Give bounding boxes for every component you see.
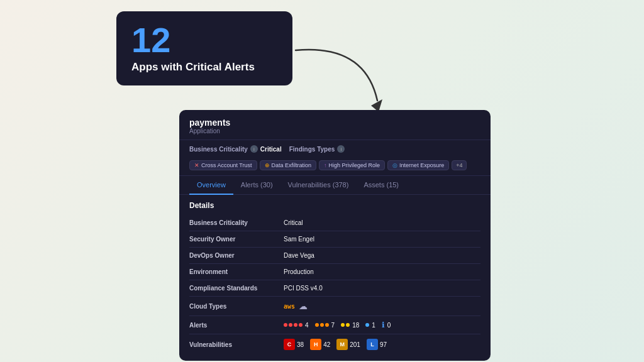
alert-critical-group: 4	[284, 322, 309, 329]
aws-icon: aws	[284, 303, 295, 310]
detail-row-environment: Environment Production	[189, 264, 480, 280]
alert-medium-count: 18	[352, 322, 359, 329]
business-criticality-filter: Business Criticality i Critical	[189, 145, 282, 153]
panel-subtitle: Application	[189, 128, 480, 134]
tag-data-exfil[interactable]: ⊕ Data Exfiltration	[260, 160, 317, 170]
detail-key-criticality: Business Criticality	[189, 219, 284, 226]
info-icon: i	[250, 145, 258, 153]
info-circle-icon: ℹ	[382, 321, 385, 329]
tab-overview[interactable]: Overview	[189, 176, 233, 195]
tab-vulnerabilities[interactable]: Vulnerabilities (378)	[280, 176, 357, 195]
detail-key-vulnerabilities: Vulnerabilities	[189, 341, 284, 348]
vuln-high-badge: H	[310, 339, 321, 350]
detail-row-security-owner: Security Owner Sam Engel	[189, 231, 480, 248]
main-panel: payments Application Business Criticalit…	[179, 110, 491, 361]
panel-header: payments Application	[179, 110, 491, 140]
tag-internet-label: Internet Exposure	[399, 162, 444, 168]
detail-value-criticality: Critical	[284, 219, 303, 226]
tag-cross-account[interactable]: ✕ Cross Account Trust	[189, 160, 257, 170]
alert-high-dots	[315, 323, 329, 327]
panel-filters: Business Criticality i Critical Findings…	[179, 140, 491, 176]
detail-key-security-owner: Security Owner	[189, 236, 284, 243]
business-criticality-label: Business Criticality	[189, 146, 248, 153]
detail-value-devops-owner: Dave Vega	[284, 252, 314, 259]
detail-row-compliance: Compliance Standards PCI DSS v4.0	[189, 280, 480, 297]
stat-label: Apps with Critical Alerts	[131, 60, 275, 74]
vuln-critical-badge: C	[284, 339, 295, 350]
detail-value-alerts: 4 7 18	[284, 321, 393, 329]
alert-critical-dots	[284, 323, 303, 327]
cloud-icon: ☁	[299, 301, 308, 311]
detail-key-compliance: Compliance Standards	[189, 285, 284, 292]
findings-types-label: Findings Types	[289, 146, 335, 153]
alert-critical-count: 4	[305, 322, 309, 329]
vuln-low-badge: L	[367, 339, 378, 350]
alert-medium-group: 18	[341, 322, 359, 329]
tag-data-label: Data Exfiltration	[272, 162, 312, 168]
dot-critical-3	[294, 323, 297, 327]
detail-value-cloud: aws ☁	[284, 301, 308, 311]
alert-info-group: ℹ 0	[382, 321, 391, 329]
alert-high-count: 7	[331, 322, 335, 329]
detail-key-environment: Environment	[189, 268, 284, 275]
dot-high-2	[320, 323, 324, 327]
detail-value-compliance: PCI DSS v4.0	[284, 285, 323, 292]
priv-icon: ↑	[324, 162, 327, 168]
tag-cross-label: Cross Account Trust	[201, 162, 252, 168]
vuln-low-count: 97	[380, 341, 387, 348]
findings-types-filter: Findings Types i	[289, 145, 345, 153]
business-criticality-value: Critical	[260, 146, 282, 153]
detail-value-security-owner: Sam Engel	[284, 236, 314, 243]
alert-low-group: 1	[365, 322, 375, 329]
vuln-high-group: H 42	[310, 339, 330, 350]
arrow-decoration	[277, 38, 402, 119]
vuln-critical-count: 38	[297, 341, 304, 348]
cross-icon: ✕	[194, 162, 199, 168]
dot-medium-2	[346, 323, 350, 327]
vuln-critical-group: C 38	[284, 339, 304, 350]
details-title: Details	[189, 201, 480, 210]
vuln-medium-group: M 201	[336, 339, 360, 350]
tag-more[interactable]: +4	[452, 160, 467, 170]
vuln-medium-badge: M	[336, 339, 348, 350]
tag-internet-exposure[interactable]: ◎ Internet Exposure	[387, 160, 449, 170]
tabs-bar: Overview Alerts (30) Vulnerabilities (37…	[179, 176, 491, 195]
detail-row-criticality: Business Criticality Critical	[189, 215, 480, 231]
stat-card: 12 Apps with Critical Alerts	[116, 11, 292, 85]
detail-row-alerts: Alerts 4	[189, 316, 480, 334]
details-section: Details Business Criticality Critical Se…	[179, 195, 491, 361]
dot-critical-1	[284, 323, 287, 327]
data-icon: ⊕	[265, 162, 270, 168]
alert-high-group: 7	[315, 322, 335, 329]
alert-low-dots	[365, 323, 369, 327]
dot-high-3	[325, 323, 329, 327]
findings-info-icon: i	[337, 145, 345, 153]
detail-key-alerts: Alerts	[189, 322, 284, 329]
alert-medium-dots	[341, 323, 350, 327]
detail-row-cloud: Cloud Types aws ☁	[189, 297, 480, 316]
stat-number: 12	[131, 23, 275, 58]
internet-icon: ◎	[392, 162, 397, 168]
detail-key-devops-owner: DevOps Owner	[189, 252, 284, 259]
vuln-high-count: 42	[323, 341, 330, 348]
tab-alerts[interactable]: Alerts (30)	[233, 176, 280, 195]
filter-tags: ✕ Cross Account Trust ⊕ Data Exfiltratio…	[189, 160, 467, 170]
tag-high-priv[interactable]: ↑ High Privileged Role	[319, 160, 385, 170]
detail-row-devops-owner: DevOps Owner Dave Vega	[189, 248, 480, 264]
tag-priv-label: High Privileged Role	[329, 162, 380, 168]
alert-info-count: 0	[387, 322, 391, 329]
dot-critical-4	[299, 323, 303, 327]
dot-medium-1	[341, 323, 345, 327]
vuln-medium-count: 201	[350, 341, 360, 348]
detail-value-environment: Production	[284, 268, 314, 275]
dot-high-1	[315, 323, 319, 327]
dot-low-1	[365, 323, 369, 327]
tab-assets[interactable]: Assets (15)	[356, 176, 406, 195]
vuln-low-group: L 97	[367, 339, 387, 350]
panel-title: payments	[189, 118, 480, 128]
dot-critical-2	[289, 323, 292, 327]
detail-key-cloud: Cloud Types	[189, 303, 284, 310]
detail-value-vulnerabilities: C 38 H 42 M 201 L 97	[284, 339, 389, 350]
alert-low-count: 1	[372, 322, 375, 329]
detail-row-vulnerabilities: Vulnerabilities C 38 H 42 M 201 L 97	[189, 334, 480, 354]
